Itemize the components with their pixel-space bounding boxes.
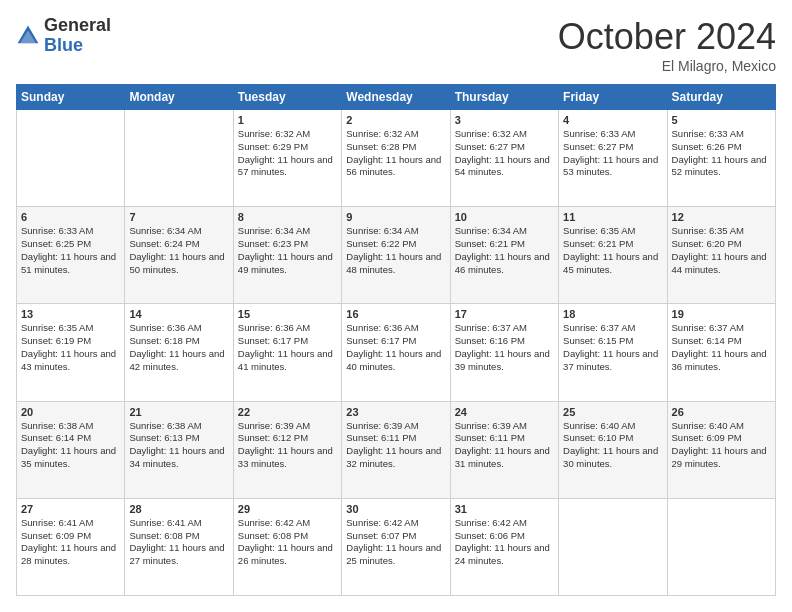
day-detail: Sunrise: 6:34 AM Sunset: 6:21 PM Dayligh… bbox=[455, 225, 554, 276]
calendar-cell: 15Sunrise: 6:36 AM Sunset: 6:17 PM Dayli… bbox=[233, 304, 341, 401]
day-detail: Sunrise: 6:41 AM Sunset: 6:09 PM Dayligh… bbox=[21, 517, 120, 568]
weekday-header: Friday bbox=[559, 85, 667, 110]
header: General Blue October 2024 El Milagro, Me… bbox=[16, 16, 776, 74]
calendar-cell: 4Sunrise: 6:33 AM Sunset: 6:27 PM Daylig… bbox=[559, 110, 667, 207]
weekday-header: Sunday bbox=[17, 85, 125, 110]
weekday-header: Thursday bbox=[450, 85, 558, 110]
calendar-cell: 8Sunrise: 6:34 AM Sunset: 6:23 PM Daylig… bbox=[233, 207, 341, 304]
calendar-week-row: 13Sunrise: 6:35 AM Sunset: 6:19 PM Dayli… bbox=[17, 304, 776, 401]
calendar-cell: 31Sunrise: 6:42 AM Sunset: 6:06 PM Dayli… bbox=[450, 498, 558, 595]
calendar-cell: 25Sunrise: 6:40 AM Sunset: 6:10 PM Dayli… bbox=[559, 401, 667, 498]
day-number: 5 bbox=[672, 114, 771, 126]
day-number: 19 bbox=[672, 308, 771, 320]
day-number: 15 bbox=[238, 308, 337, 320]
calendar-cell bbox=[17, 110, 125, 207]
day-number: 31 bbox=[455, 503, 554, 515]
day-detail: Sunrise: 6:34 AM Sunset: 6:22 PM Dayligh… bbox=[346, 225, 445, 276]
calendar-cell: 16Sunrise: 6:36 AM Sunset: 6:17 PM Dayli… bbox=[342, 304, 450, 401]
day-number: 27 bbox=[21, 503, 120, 515]
month-title: October 2024 bbox=[558, 16, 776, 58]
day-detail: Sunrise: 6:34 AM Sunset: 6:24 PM Dayligh… bbox=[129, 225, 228, 276]
calendar-cell: 14Sunrise: 6:36 AM Sunset: 6:18 PM Dayli… bbox=[125, 304, 233, 401]
calendar-cell: 11Sunrise: 6:35 AM Sunset: 6:21 PM Dayli… bbox=[559, 207, 667, 304]
day-detail: Sunrise: 6:40 AM Sunset: 6:09 PM Dayligh… bbox=[672, 420, 771, 471]
day-number: 14 bbox=[129, 308, 228, 320]
calendar-week-row: 27Sunrise: 6:41 AM Sunset: 6:09 PM Dayli… bbox=[17, 498, 776, 595]
calendar-week-row: 1Sunrise: 6:32 AM Sunset: 6:29 PM Daylig… bbox=[17, 110, 776, 207]
day-number: 9 bbox=[346, 211, 445, 223]
day-detail: Sunrise: 6:35 AM Sunset: 6:19 PM Dayligh… bbox=[21, 322, 120, 373]
calendar-cell: 20Sunrise: 6:38 AM Sunset: 6:14 PM Dayli… bbox=[17, 401, 125, 498]
day-detail: Sunrise: 6:37 AM Sunset: 6:15 PM Dayligh… bbox=[563, 322, 662, 373]
day-number: 7 bbox=[129, 211, 228, 223]
day-detail: Sunrise: 6:42 AM Sunset: 6:07 PM Dayligh… bbox=[346, 517, 445, 568]
day-detail: Sunrise: 6:39 AM Sunset: 6:11 PM Dayligh… bbox=[346, 420, 445, 471]
page: General Blue October 2024 El Milagro, Me… bbox=[0, 0, 792, 612]
day-number: 29 bbox=[238, 503, 337, 515]
calendar-cell: 17Sunrise: 6:37 AM Sunset: 6:16 PM Dayli… bbox=[450, 304, 558, 401]
calendar-cell: 2Sunrise: 6:32 AM Sunset: 6:28 PM Daylig… bbox=[342, 110, 450, 207]
day-detail: Sunrise: 6:33 AM Sunset: 6:27 PM Dayligh… bbox=[563, 128, 662, 179]
weekday-header: Wednesday bbox=[342, 85, 450, 110]
day-number: 20 bbox=[21, 406, 120, 418]
day-number: 21 bbox=[129, 406, 228, 418]
calendar-cell: 9Sunrise: 6:34 AM Sunset: 6:22 PM Daylig… bbox=[342, 207, 450, 304]
day-number: 17 bbox=[455, 308, 554, 320]
day-number: 6 bbox=[21, 211, 120, 223]
calendar-cell: 5Sunrise: 6:33 AM Sunset: 6:26 PM Daylig… bbox=[667, 110, 775, 207]
day-number: 8 bbox=[238, 211, 337, 223]
day-number: 24 bbox=[455, 406, 554, 418]
calendar-cell: 30Sunrise: 6:42 AM Sunset: 6:07 PM Dayli… bbox=[342, 498, 450, 595]
day-number: 18 bbox=[563, 308, 662, 320]
calendar-cell bbox=[559, 498, 667, 595]
logo-general: General bbox=[44, 16, 111, 36]
day-detail: Sunrise: 6:35 AM Sunset: 6:21 PM Dayligh… bbox=[563, 225, 662, 276]
weekday-header-row: SundayMondayTuesdayWednesdayThursdayFrid… bbox=[17, 85, 776, 110]
day-number: 28 bbox=[129, 503, 228, 515]
day-detail: Sunrise: 6:42 AM Sunset: 6:08 PM Dayligh… bbox=[238, 517, 337, 568]
calendar-cell bbox=[125, 110, 233, 207]
day-detail: Sunrise: 6:37 AM Sunset: 6:14 PM Dayligh… bbox=[672, 322, 771, 373]
calendar-cell: 10Sunrise: 6:34 AM Sunset: 6:21 PM Dayli… bbox=[450, 207, 558, 304]
day-detail: Sunrise: 6:38 AM Sunset: 6:14 PM Dayligh… bbox=[21, 420, 120, 471]
day-detail: Sunrise: 6:37 AM Sunset: 6:16 PM Dayligh… bbox=[455, 322, 554, 373]
day-detail: Sunrise: 6:35 AM Sunset: 6:20 PM Dayligh… bbox=[672, 225, 771, 276]
day-detail: Sunrise: 6:38 AM Sunset: 6:13 PM Dayligh… bbox=[129, 420, 228, 471]
day-number: 25 bbox=[563, 406, 662, 418]
logo-text: General Blue bbox=[44, 16, 111, 56]
calendar-cell: 3Sunrise: 6:32 AM Sunset: 6:27 PM Daylig… bbox=[450, 110, 558, 207]
logo-blue: Blue bbox=[44, 36, 111, 56]
day-detail: Sunrise: 6:34 AM Sunset: 6:23 PM Dayligh… bbox=[238, 225, 337, 276]
calendar-cell: 26Sunrise: 6:40 AM Sunset: 6:09 PM Dayli… bbox=[667, 401, 775, 498]
logo: General Blue bbox=[16, 16, 111, 56]
day-detail: Sunrise: 6:33 AM Sunset: 6:25 PM Dayligh… bbox=[21, 225, 120, 276]
day-number: 3 bbox=[455, 114, 554, 126]
calendar-cell: 6Sunrise: 6:33 AM Sunset: 6:25 PM Daylig… bbox=[17, 207, 125, 304]
day-detail: Sunrise: 6:33 AM Sunset: 6:26 PM Dayligh… bbox=[672, 128, 771, 179]
day-number: 30 bbox=[346, 503, 445, 515]
day-detail: Sunrise: 6:36 AM Sunset: 6:17 PM Dayligh… bbox=[346, 322, 445, 373]
logo-icon bbox=[16, 24, 40, 48]
day-detail: Sunrise: 6:32 AM Sunset: 6:27 PM Dayligh… bbox=[455, 128, 554, 179]
day-number: 2 bbox=[346, 114, 445, 126]
calendar-cell: 29Sunrise: 6:42 AM Sunset: 6:08 PM Dayli… bbox=[233, 498, 341, 595]
calendar-cell: 24Sunrise: 6:39 AM Sunset: 6:11 PM Dayli… bbox=[450, 401, 558, 498]
day-detail: Sunrise: 6:36 AM Sunset: 6:17 PM Dayligh… bbox=[238, 322, 337, 373]
location: El Milagro, Mexico bbox=[558, 58, 776, 74]
calendar-week-row: 20Sunrise: 6:38 AM Sunset: 6:14 PM Dayli… bbox=[17, 401, 776, 498]
day-detail: Sunrise: 6:39 AM Sunset: 6:11 PM Dayligh… bbox=[455, 420, 554, 471]
calendar-cell: 28Sunrise: 6:41 AM Sunset: 6:08 PM Dayli… bbox=[125, 498, 233, 595]
day-detail: Sunrise: 6:32 AM Sunset: 6:28 PM Dayligh… bbox=[346, 128, 445, 179]
day-number: 23 bbox=[346, 406, 445, 418]
day-detail: Sunrise: 6:32 AM Sunset: 6:29 PM Dayligh… bbox=[238, 128, 337, 179]
day-detail: Sunrise: 6:40 AM Sunset: 6:10 PM Dayligh… bbox=[563, 420, 662, 471]
calendar-cell: 13Sunrise: 6:35 AM Sunset: 6:19 PM Dayli… bbox=[17, 304, 125, 401]
day-number: 13 bbox=[21, 308, 120, 320]
calendar-cell: 7Sunrise: 6:34 AM Sunset: 6:24 PM Daylig… bbox=[125, 207, 233, 304]
day-number: 16 bbox=[346, 308, 445, 320]
day-detail: Sunrise: 6:42 AM Sunset: 6:06 PM Dayligh… bbox=[455, 517, 554, 568]
day-detail: Sunrise: 6:41 AM Sunset: 6:08 PM Dayligh… bbox=[129, 517, 228, 568]
day-detail: Sunrise: 6:39 AM Sunset: 6:12 PM Dayligh… bbox=[238, 420, 337, 471]
calendar-cell: 23Sunrise: 6:39 AM Sunset: 6:11 PM Dayli… bbox=[342, 401, 450, 498]
calendar-week-row: 6Sunrise: 6:33 AM Sunset: 6:25 PM Daylig… bbox=[17, 207, 776, 304]
